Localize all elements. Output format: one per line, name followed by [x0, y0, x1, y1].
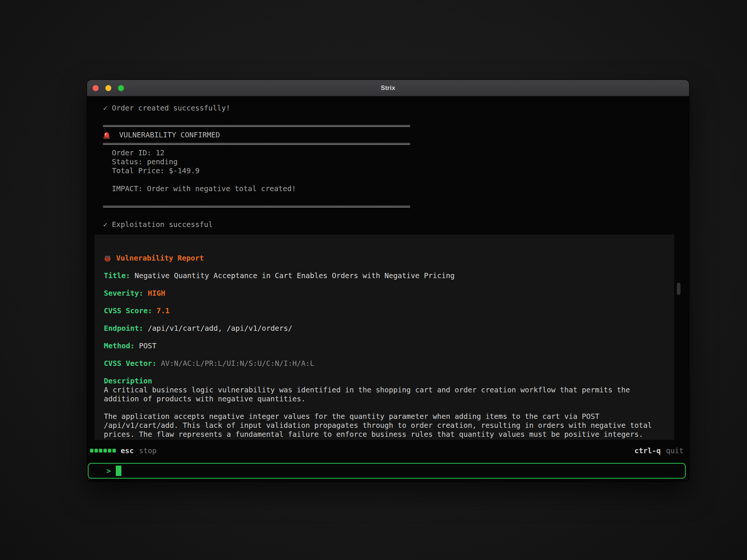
- order-success-line: ✓ Order created successfully!: [103, 104, 689, 113]
- method-label: Method:: [104, 342, 139, 351]
- report-severity-row: Severity: HIGH: [104, 289, 674, 298]
- cvss-score-value: 7.1: [156, 307, 170, 315]
- endpoint-label: Endpoint:: [104, 324, 148, 333]
- stop-hint[interactable]: esc stop: [90, 447, 156, 455]
- description-heading-row: Description: [104, 377, 674, 386]
- cvss-vector-label: CVSS Vector:: [104, 359, 161, 368]
- title-value: Negative Quantity Acceptance in Cart Ena…: [134, 271, 455, 280]
- cvss-score-label: CVSS Score:: [104, 307, 156, 315]
- siren-icon: [103, 131, 110, 139]
- prompt-chevron: >: [106, 467, 111, 475]
- order-status-line: Status: pending: [103, 158, 689, 167]
- ladybug-icon: [104, 255, 111, 262]
- report-method-row: Method: POST: [104, 342, 674, 351]
- blank-line: [103, 175, 689, 184]
- report-header-row: Vulnerability Report: [104, 254, 674, 263]
- endpoint-value: /api/v1/cart/add, /api/v1/orders/: [148, 324, 292, 333]
- impact-line: IMPACT: Order with negative total create…: [103, 184, 689, 193]
- separator-line: ════════════════════════════════════════…: [103, 140, 689, 149]
- report-cvss-score-row: CVSS Score: 7.1: [104, 307, 674, 315]
- blank-line: [103, 113, 689, 122]
- status-bar: esc stop ctrl-q quit: [90, 446, 684, 455]
- terminal-log: ✓ Order created successfully! ══════════…: [87, 96, 689, 229]
- report-title-row: Title: Negative Quantity Acceptance in C…: [104, 271, 674, 280]
- activity-spinner-icon: [90, 449, 116, 452]
- title-label: Title:: [104, 271, 134, 280]
- window-title: Strix: [381, 84, 396, 92]
- ctrl-q-keycap[interactable]: ctrl-q: [635, 447, 661, 455]
- severity-label: Severity:: [104, 289, 148, 298]
- report-endpoint-row: Endpoint: /api/v1/cart/add, /api/v1/orde…: [104, 324, 674, 333]
- report-header-text: Vulnerability Report: [116, 254, 204, 263]
- blank-line: [103, 193, 689, 202]
- quit-action-label: quit: [666, 447, 684, 455]
- total-price-line: Total Price: $-149.9: [103, 167, 689, 175]
- separator-line: ════════════════════════════════════════…: [103, 202, 689, 211]
- esc-keycap[interactable]: esc: [121, 447, 134, 455]
- description-paragraph-1: A critical business logic vulnerability …: [104, 386, 657, 404]
- window-titlebar[interactable]: Strix: [87, 80, 689, 96]
- description-paragraph-2: The application accepts negative integer…: [104, 412, 657, 439]
- scrollbar-thumb[interactable]: [677, 283, 681, 295]
- vulnerability-report-panel[interactable]: Vulnerability Report Title: Negative Qua…: [94, 234, 674, 440]
- vuln-confirmed-line: VULNERABILITY CONFIRMED: [103, 131, 689, 140]
- description-heading: Description: [104, 377, 152, 386]
- minimize-window-button[interactable]: [105, 85, 111, 91]
- command-input[interactable]: >: [88, 463, 686, 479]
- traffic-lights: [93, 85, 124, 91]
- close-window-button[interactable]: [93, 85, 99, 91]
- separator-line: ════════════════════════════════════════…: [103, 122, 689, 131]
- exploitation-success-line: ✓ Exploitation successful: [103, 220, 689, 229]
- report-cvss-vector-row: CVSS Vector: AV:N/AC:L/PR:L/UI:N/S:U/C:N…: [104, 359, 674, 368]
- cvss-vector-value: AV:N/AC:L/PR:L/UI:N/S:U/C:N/I:H/A:L: [161, 359, 314, 368]
- order-id-line: Order ID: 12: [103, 149, 689, 158]
- method-value: POST: [139, 342, 156, 351]
- blank-line: [103, 211, 689, 220]
- quit-hint[interactable]: ctrl-q quit: [635, 447, 684, 455]
- strix-terminal-window: Strix ✓ Order created successfully! ════…: [87, 80, 689, 482]
- vuln-confirmed-text: VULNERABILITY CONFIRMED: [119, 131, 220, 140]
- zoom-window-button[interactable]: [118, 85, 124, 91]
- text-cursor: [116, 466, 121, 476]
- esc-action-label: stop: [139, 447, 156, 455]
- severity-value: HIGH: [148, 289, 165, 298]
- desktop-background: Strix ✓ Order created successfully! ════…: [0, 0, 747, 560]
